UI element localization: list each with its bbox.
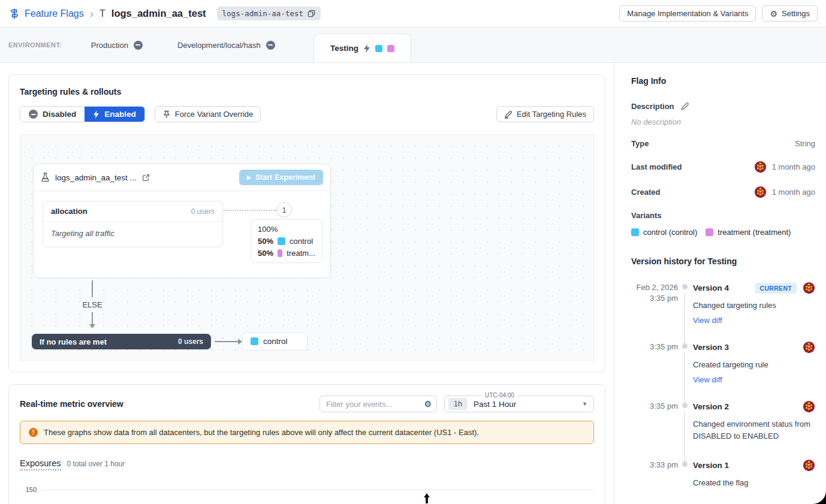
metrics-header: Real-time metric overview ⚙ UTC-04:00 1h… [20,396,594,412]
variant-color-cyan-icon [375,45,382,52]
events-filter: ⚙ [319,396,437,412]
variant-color-cyan-icon [631,228,639,236]
arrow-down-icon [89,324,95,328]
screen-corner [813,491,826,504]
connector-line [92,312,93,324]
bolt-icon [363,44,370,53]
flag-name: logs_admin_aa_test [111,8,206,19]
warning-icon: ! [29,428,38,437]
env-testing-label: Testing [330,44,358,53]
exposures-title[interactable]: Exposures [20,458,61,470]
allocation-rule-card[interactable]: allocation 0 users Targeting all traffic [43,201,223,248]
y-axis-tick: 150 [20,486,37,493]
env-tab-development[interactable]: Development/local/hash [177,41,275,50]
chart-gridline [41,490,594,490]
last-modified-value: 1 month ago [772,162,815,171]
time-range-select[interactable]: UTC-04:00 1h Past 1 Hour ▼ [444,396,594,412]
datacenter-warning-banner: ! These graphs show data from all datace… [20,421,594,444]
breadcrumb: Feature Flags › T logs_admin_aa_test log… [8,7,321,20]
timeline-rail [678,282,691,341]
env-tab-testing[interactable]: Testing [313,34,411,62]
version-history-title: Version history for Testing [631,256,815,266]
created-value: 1 month ago [772,188,815,197]
version-timestamp: 3:35 pm [631,341,678,400]
variant-chip-treatment: treatment (treatment) [706,228,791,237]
last-modified-label: Last modified [631,162,682,171]
type-row: Type String [631,139,815,148]
copy-icon[interactable] [308,10,315,17]
events-filter-input[interactable] [319,396,437,412]
split-row-control: 50% control [258,237,315,246]
timezone-label: UTC-04:00 [482,392,517,399]
version-name: Version 1 [693,461,729,470]
else-connector: ELSE [78,280,107,328]
description-empty-text: No description [631,117,815,126]
enabled-toggle-option[interactable]: Enabled [85,107,144,122]
feature-flags-breadcrumb-link[interactable]: Feature Flags [8,8,84,20]
targeting-controls: Disabled Enabled Force Variant Override [20,106,594,122]
rule-node-circle: 1 [276,202,292,218]
current-badge: CURRENT [755,283,797,294]
rules-canvas: logs_admin_aa_test ... ▶ Start Experimen… [20,134,594,361]
avatar [754,186,767,198]
timeline-dot-icon [682,284,688,289]
exposures-header: Exposures 0 total over 1 hour [20,458,594,470]
version-entry: 3:35 pm Version 2 Changed environment st… [631,400,815,460]
settings-button[interactable]: ⚙ Settings [762,5,818,22]
variant-chip-control: control (control) [631,228,697,237]
type-value: String [795,139,815,148]
version-timestamp: 3:33 pm [631,459,678,504]
fallback-rule-label: If no rules are met [40,337,107,346]
fallback-rule-pill: If no rules are met 0 users [32,334,211,349]
experiment-card-header: logs_admin_aa_test ... ▶ Start Experimen… [34,164,330,191]
experiment-name: logs_admin_aa_test ... [55,173,137,182]
edit-description-icon[interactable] [680,102,689,111]
avatar [803,459,815,472]
timeline-dot-icon [682,403,688,408]
disabled-toggle-option[interactable]: Disabled [20,107,85,122]
fallback-variant-name: control [263,337,288,346]
variants-label: Variants [631,211,815,220]
app-header: Feature Flags › T logs_admin_aa_test log… [0,0,826,28]
timeline-rail [678,459,691,504]
allocation-rule-description: Targeting all traffic [43,222,222,247]
string-type-icon: T [100,8,105,19]
metrics-panel: Real-time metric overview ⚙ UTC-04:00 1h… [8,384,605,504]
created-row: Created 1 month ago [631,186,815,198]
flag-key-chip[interactable]: logs-admin-aa-test [217,7,321,20]
version-timestamp: Feb 2, 2026 3:35 pm [631,282,678,341]
force-variant-override-button[interactable]: Force Variant Override [155,106,261,122]
version-entry: 3:35 pm Version 3 Created targeting rule… [631,341,815,400]
environment-label: ENVIRONMENT: [8,41,62,49]
gear-icon[interactable]: ⚙ [424,399,432,409]
enabled-label: Enabled [104,110,136,119]
play-icon: ▶ [247,175,251,180]
version-name: Version 4 [693,283,729,292]
manage-implementation-button[interactable]: Manage Implementation & Variants [619,5,756,22]
pencil-icon [504,110,513,119]
edit-targeting-rules-button[interactable]: Edit Targeting Rules [496,106,594,122]
split-variant-name: control [290,237,313,246]
view-diff-link[interactable]: View diff [693,375,815,384]
settings-label: Settings [782,9,810,18]
start-experiment-button[interactable]: ▶ Start Experiment [239,170,323,185]
manage-implementation-label: Manage Implementation & Variants [627,9,748,18]
exposures-total: 0 total over 1 hour [67,460,125,468]
variants-list: control (control) treatment (treatment) [631,228,815,237]
breadcrumb-root-label: Feature Flags [25,8,84,19]
warning-text: These graphs show data from all datacent… [44,428,479,437]
view-diff-link[interactable]: View diff [693,316,815,325]
external-link-icon[interactable] [142,174,150,182]
description-row: Description [631,102,815,111]
variant-color-cyan-icon [278,237,285,245]
version-time: 3:35 pm [631,293,678,304]
version-name: Version 2 [693,402,729,411]
flag-info-sidebar: Flag Info Description No description Typ… [614,63,826,503]
rule-node-number: 1 [282,206,286,215]
fallback-users-count: 0 users [178,337,203,346]
version-date: Feb 2, 2026 [631,282,678,293]
feature-flags-icon [8,8,20,20]
env-tab-production[interactable]: Production [91,41,143,50]
else-label: ELSE [78,300,107,309]
version-entry: Feb 2, 2026 3:35 pm Version 4 CURRENT Ch… [631,282,815,341]
